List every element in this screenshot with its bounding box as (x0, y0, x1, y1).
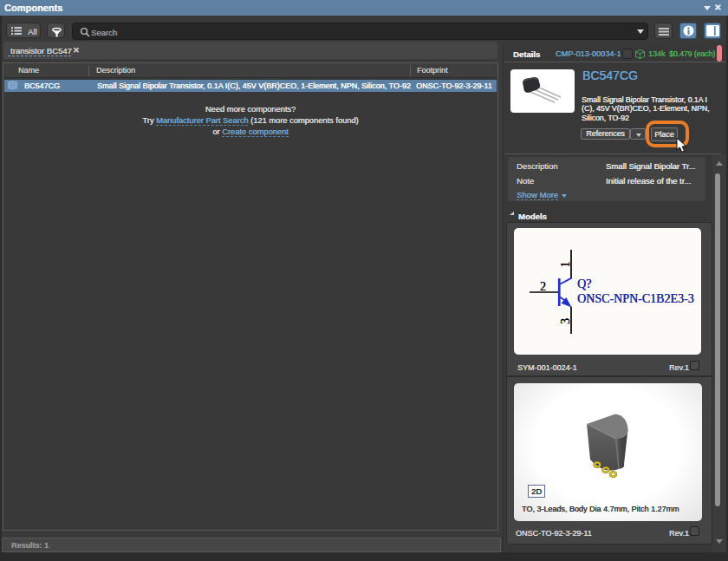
svg-text:Q?: Q? (577, 277, 591, 290)
svg-text:1: 1 (559, 262, 572, 268)
svg-text:3: 3 (559, 318, 572, 324)
svg-text:ONSC-NPN-C1B2E3-3: ONSC-NPN-C1B2E3-3 (577, 292, 694, 305)
svg-text:2: 2 (540, 280, 546, 293)
